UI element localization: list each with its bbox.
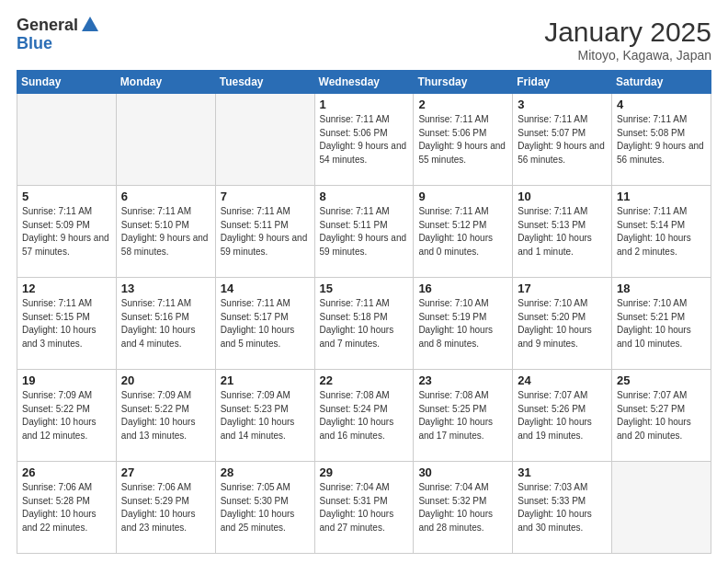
day-info: Sunrise: 7:04 AM Sunset: 5:32 PM Dayligh… [418, 481, 507, 534]
day-number: 8 [320, 190, 409, 203]
logo-general: General [17, 17, 78, 35]
calendar-cell: 31Sunrise: 7:03 AM Sunset: 5:33 PM Dayli… [513, 462, 612, 554]
day-info: Sunrise: 7:11 AM Sunset: 5:06 PM Dayligh… [320, 113, 409, 167]
weekday-header-row: SundayMondayTuesdayWednesdayThursdayFrid… [17, 71, 711, 94]
calendar-cell: 13Sunrise: 7:11 AM Sunset: 5:16 PM Dayli… [116, 278, 215, 370]
calendar-cell: 10Sunrise: 7:11 AM Sunset: 5:13 PM Dayli… [513, 186, 612, 278]
calendar-cell: 22Sunrise: 7:08 AM Sunset: 5:24 PM Dayli… [314, 370, 414, 462]
day-number: 10 [518, 190, 607, 203]
day-info: Sunrise: 7:11 AM Sunset: 5:12 PM Dayligh… [418, 205, 507, 259]
day-number: 22 [320, 373, 409, 387]
calendar-cell: 28Sunrise: 7:05 AM Sunset: 5:30 PM Dayli… [215, 462, 314, 554]
day-info: Sunrise: 7:08 AM Sunset: 5:25 PM Dayligh… [418, 389, 507, 442]
day-info: Sunrise: 7:11 AM Sunset: 5:18 PM Dayligh… [320, 297, 409, 350]
calendar-cell: 11Sunrise: 7:11 AM Sunset: 5:14 PM Dayli… [612, 186, 711, 278]
logo: General Blue [17, 17, 100, 53]
calendar-cell [116, 94, 215, 186]
day-info: Sunrise: 7:11 AM Sunset: 5:09 PM Dayligh… [22, 205, 111, 259]
day-number: 25 [617, 373, 706, 387]
day-info: Sunrise: 7:09 AM Sunset: 5:22 PM Dayligh… [22, 389, 111, 442]
day-number: 26 [22, 465, 111, 479]
day-info: Sunrise: 7:10 AM Sunset: 5:21 PM Dayligh… [617, 297, 706, 350]
location-subtitle: Mitoyo, Kagawa, Japan [544, 48, 711, 63]
calendar-cell: 26Sunrise: 7:06 AM Sunset: 5:28 PM Dayli… [17, 462, 117, 554]
calendar-cell: 3Sunrise: 7:11 AM Sunset: 5:07 PM Daylig… [513, 94, 612, 186]
calendar-cell: 27Sunrise: 7:06 AM Sunset: 5:29 PM Dayli… [116, 462, 215, 554]
day-number: 2 [418, 98, 507, 111]
calendar-week-row: 12Sunrise: 7:11 AM Sunset: 5:15 PM Dayli… [17, 278, 711, 370]
day-info: Sunrise: 7:11 AM Sunset: 5:10 PM Dayligh… [121, 205, 210, 259]
month-year-title: January 2025 [544, 17, 711, 48]
calendar-cell: 5Sunrise: 7:11 AM Sunset: 5:09 PM Daylig… [17, 186, 117, 278]
day-info: Sunrise: 7:03 AM Sunset: 5:33 PM Dayligh… [518, 481, 607, 534]
day-number: 11 [617, 190, 706, 203]
day-number: 31 [518, 465, 607, 479]
calendar-cell: 2Sunrise: 7:11 AM Sunset: 5:06 PM Daylig… [414, 94, 513, 186]
day-number: 4 [617, 98, 706, 111]
day-info: Sunrise: 7:11 AM Sunset: 5:07 PM Dayligh… [518, 113, 607, 167]
calendar-cell: 14Sunrise: 7:11 AM Sunset: 5:17 PM Dayli… [215, 278, 314, 370]
day-info: Sunrise: 7:11 AM Sunset: 5:08 PM Dayligh… [617, 113, 706, 167]
calendar-cell: 6Sunrise: 7:11 AM Sunset: 5:10 PM Daylig… [116, 186, 215, 278]
calendar-cell: 30Sunrise: 7:04 AM Sunset: 5:32 PM Dayli… [414, 462, 513, 554]
header: General Blue January 2025 Mitoyo, Kagawa… [17, 17, 711, 63]
calendar-cell: 24Sunrise: 7:07 AM Sunset: 5:26 PM Dayli… [513, 370, 612, 462]
calendar-cell: 16Sunrise: 7:10 AM Sunset: 5:19 PM Dayli… [414, 278, 513, 370]
weekday-header-tuesday: Tuesday [215, 71, 314, 94]
calendar-cell: 29Sunrise: 7:04 AM Sunset: 5:31 PM Dayli… [314, 462, 414, 554]
day-info: Sunrise: 7:08 AM Sunset: 5:24 PM Dayligh… [320, 389, 409, 442]
day-number: 13 [121, 282, 210, 295]
title-block: January 2025 Mitoyo, Kagawa, Japan [544, 17, 711, 63]
calendar-week-row: 26Sunrise: 7:06 AM Sunset: 5:28 PM Dayli… [17, 462, 711, 554]
weekday-header-monday: Monday [116, 71, 215, 94]
calendar-week-row: 5Sunrise: 7:11 AM Sunset: 5:09 PM Daylig… [17, 186, 711, 278]
calendar-cell: 12Sunrise: 7:11 AM Sunset: 5:15 PM Dayli… [17, 278, 117, 370]
day-number: 19 [22, 373, 111, 387]
calendar-cell: 20Sunrise: 7:09 AM Sunset: 5:22 PM Dayli… [116, 370, 215, 462]
day-number: 3 [518, 98, 607, 111]
day-info: Sunrise: 7:07 AM Sunset: 5:27 PM Dayligh… [617, 389, 706, 442]
day-info: Sunrise: 7:09 AM Sunset: 5:23 PM Dayligh… [221, 389, 310, 442]
day-number: 30 [418, 465, 507, 479]
day-number: 27 [121, 465, 210, 479]
day-number: 5 [22, 190, 111, 203]
day-info: Sunrise: 7:06 AM Sunset: 5:29 PM Dayligh… [121, 481, 210, 534]
day-number: 20 [121, 373, 210, 387]
day-number: 28 [221, 465, 310, 479]
day-info: Sunrise: 7:11 AM Sunset: 5:13 PM Dayligh… [518, 205, 607, 259]
day-info: Sunrise: 7:05 AM Sunset: 5:30 PM Dayligh… [221, 481, 310, 534]
day-number: 16 [418, 282, 507, 295]
weekday-header-sunday: Sunday [17, 71, 117, 94]
day-info: Sunrise: 7:10 AM Sunset: 5:19 PM Dayligh… [418, 297, 507, 350]
day-number: 12 [22, 282, 111, 295]
day-number: 18 [617, 282, 706, 295]
day-number: 7 [221, 190, 310, 203]
calendar-cell: 9Sunrise: 7:11 AM Sunset: 5:12 PM Daylig… [414, 186, 513, 278]
day-number: 29 [320, 465, 409, 479]
calendar-table: SundayMondayTuesdayWednesdayThursdayFrid… [17, 70, 711, 554]
day-number: 9 [418, 190, 507, 203]
calendar-cell: 8Sunrise: 7:11 AM Sunset: 5:11 PM Daylig… [314, 186, 414, 278]
day-number: 15 [320, 282, 409, 295]
calendar-cell: 4Sunrise: 7:11 AM Sunset: 5:08 PM Daylig… [612, 94, 711, 186]
calendar-cell: 1Sunrise: 7:11 AM Sunset: 5:06 PM Daylig… [314, 94, 414, 186]
day-number: 17 [518, 282, 607, 295]
day-info: Sunrise: 7:07 AM Sunset: 5:26 PM Dayligh… [518, 389, 607, 442]
calendar-cell: 21Sunrise: 7:09 AM Sunset: 5:23 PM Dayli… [215, 370, 314, 462]
day-info: Sunrise: 7:11 AM Sunset: 5:16 PM Dayligh… [121, 297, 210, 350]
calendar-week-row: 19Sunrise: 7:09 AM Sunset: 5:22 PM Dayli… [17, 370, 711, 462]
calendar-cell: 25Sunrise: 7:07 AM Sunset: 5:27 PM Dayli… [612, 370, 711, 462]
calendar-cell: 15Sunrise: 7:11 AM Sunset: 5:18 PM Dayli… [314, 278, 414, 370]
day-info: Sunrise: 7:11 AM Sunset: 5:11 PM Dayligh… [320, 205, 409, 259]
day-number: 6 [121, 190, 210, 203]
calendar-cell: 19Sunrise: 7:09 AM Sunset: 5:22 PM Dayli… [17, 370, 117, 462]
logo-text: General Blue [17, 17, 100, 53]
weekday-header-saturday: Saturday [612, 71, 711, 94]
page: General Blue January 2025 Mitoyo, Kagawa… [0, 0, 728, 563]
day-number: 24 [518, 373, 607, 387]
calendar-cell: 7Sunrise: 7:11 AM Sunset: 5:11 PM Daylig… [215, 186, 314, 278]
calendar-cell: 18Sunrise: 7:10 AM Sunset: 5:21 PM Dayli… [612, 278, 711, 370]
day-info: Sunrise: 7:11 AM Sunset: 5:11 PM Dayligh… [221, 205, 310, 259]
calendar-cell [17, 94, 117, 186]
day-info: Sunrise: 7:04 AM Sunset: 5:31 PM Dayligh… [320, 481, 409, 534]
